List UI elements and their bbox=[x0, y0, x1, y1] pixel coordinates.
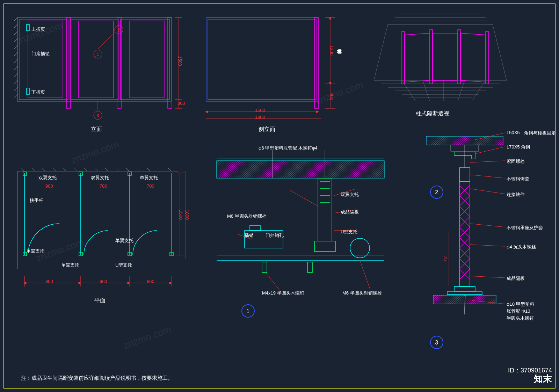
svg-line-162 bbox=[470, 224, 505, 227]
d2-num: 2 bbox=[435, 189, 438, 196]
plan-depth1: 1500 bbox=[178, 210, 183, 220]
label-upper-hinge: 上折页 bbox=[31, 26, 45, 32]
side-svg bbox=[199, 10, 346, 122]
svg-line-16 bbox=[14, 45, 17, 49]
svg-rect-7 bbox=[28, 21, 63, 98]
svg-line-26 bbox=[98, 32, 115, 49]
dim-side-gap: 400 bbox=[329, 93, 334, 100]
d3-num: 3 bbox=[435, 340, 438, 346]
plan-depth2: 1800 bbox=[184, 210, 190, 220]
plan-double2: 双翼支托 bbox=[91, 175, 109, 181]
svg-line-18 bbox=[14, 59, 17, 63]
svg-line-75 bbox=[105, 168, 108, 171]
plan-d1: 800 bbox=[45, 279, 53, 284]
d2-r11: 半圆头木螺钉 bbox=[507, 315, 534, 321]
d1-l3: 门挡销孔 bbox=[266, 232, 284, 239]
svg-line-71 bbox=[63, 168, 66, 171]
svg-rect-131 bbox=[426, 136, 503, 145]
d2-r3: 紧固螺栓 bbox=[507, 158, 525, 165]
svg-rect-37 bbox=[208, 19, 316, 100]
svg-rect-115 bbox=[314, 241, 335, 252]
svg-line-21 bbox=[14, 80, 17, 84]
d2-r1: L50X5 bbox=[507, 130, 520, 135]
svg-rect-88 bbox=[79, 172, 82, 175]
svg-line-79 bbox=[147, 168, 150, 171]
svg-rect-87 bbox=[23, 172, 27, 175]
svg-line-128 bbox=[266, 273, 280, 290]
plan-w1: 900 bbox=[45, 183, 53, 189]
d2-r7: φ4 沉头木螺丝 bbox=[507, 244, 536, 250]
svg-line-123 bbox=[290, 190, 318, 206]
brand-logo: 知末 bbox=[534, 373, 552, 385]
svg-rect-92 bbox=[128, 252, 131, 256]
side-elevation-view: 1200 400 1500 1800 板材规格 侧立面 bbox=[199, 10, 346, 133]
svg-line-80 bbox=[157, 168, 161, 171]
d1-b1: M4x19 半圆头木螺钉 bbox=[262, 290, 304, 296]
svg-line-72 bbox=[73, 168, 77, 171]
svg-text:1: 1 bbox=[97, 52, 99, 57]
svg-line-74 bbox=[94, 168, 98, 171]
svg-line-67 bbox=[21, 168, 24, 171]
d1-l2: 插销 bbox=[245, 232, 254, 239]
svg-line-15 bbox=[14, 38, 17, 42]
svg-line-17 bbox=[14, 52, 17, 56]
plan-w3: 700 bbox=[147, 183, 154, 189]
svg-line-160 bbox=[470, 175, 505, 178]
d1-l6: U型支托 bbox=[341, 229, 357, 235]
label-lower-hinge: 下折页 bbox=[31, 89, 45, 95]
plan-single1: 单翼支托 bbox=[140, 175, 158, 181]
d2-r2: L70X5 角钢 bbox=[507, 144, 530, 150]
svg-line-129 bbox=[360, 260, 370, 290]
elevation-view: 2 1 3 上折页 门扇插锁 下折页 1500 300 立面 bbox=[10, 10, 185, 133]
plan-view: 双翼支托 双翼支托 单翼支托 扶手杆 单翼支托 单翼支托 单翼支托 U型支托 9… bbox=[10, 157, 192, 325]
svg-rect-65 bbox=[486, 31, 488, 84]
svg-line-69 bbox=[42, 168, 45, 171]
detail-1: φ6 甲型塑料胀管配 木螺钉φ4 M6 半圆头对销螺栓 插销 门挡销孔 双翼支托… bbox=[203, 140, 398, 332]
svg-rect-121 bbox=[262, 262, 267, 273]
dim-elev-h: 1500 bbox=[177, 56, 183, 66]
svg-line-22 bbox=[14, 87, 17, 91]
plan-handrail: 扶手杆 bbox=[30, 197, 43, 204]
plan-w2: 700 bbox=[100, 183, 107, 189]
d2-r1b: 角钢与楼板固定 bbox=[524, 130, 556, 136]
d1-l1: M6 半圆头对销螺栓 bbox=[227, 213, 267, 219]
plan-u: U型支托 bbox=[115, 262, 132, 268]
svg-line-163 bbox=[470, 245, 505, 246]
plan-d2: 660 bbox=[100, 279, 107, 284]
d2-r6: 不锈钢承座及护套 bbox=[507, 225, 543, 231]
installation-note: 注：成品卫生间隔断安装前应详细阅读产品说明书，按要求施工。 bbox=[21, 375, 173, 382]
svg-line-20 bbox=[14, 73, 17, 77]
plan-single4: 单翼支托 bbox=[115, 238, 133, 244]
svg-rect-36 bbox=[206, 17, 318, 101]
persp-title: 柱式隔断透视 bbox=[416, 110, 449, 117]
dim-elev-gap: 300 bbox=[177, 101, 185, 106]
svg-rect-154 bbox=[454, 286, 475, 292]
svg-rect-2 bbox=[70, 19, 119, 100]
svg-line-159 bbox=[470, 161, 505, 162]
d1-l5: 成品隔板 bbox=[341, 209, 359, 215]
svg-rect-91 bbox=[79, 252, 82, 256]
svg-rect-156 bbox=[433, 295, 496, 304]
d2-r10: 胀管配 Φ10 bbox=[507, 308, 530, 314]
d1-b2: M6 半圆头对销螺栓 bbox=[342, 290, 382, 296]
d1-top-note: φ6 甲型塑料胀管配 木螺钉φ4 bbox=[259, 145, 318, 151]
svg-rect-8 bbox=[79, 21, 114, 98]
svg-rect-110 bbox=[318, 178, 332, 241]
plan-double1: 双翼支托 bbox=[38, 175, 57, 181]
svg-rect-155 bbox=[447, 292, 482, 295]
dim-side-w1: 1500 bbox=[255, 108, 265, 113]
svg-line-70 bbox=[52, 168, 56, 171]
d1-l4: 双翼支托 bbox=[341, 191, 359, 198]
svg-rect-93 bbox=[170, 252, 173, 256]
svg-line-14 bbox=[14, 31, 17, 35]
side-title: 侧立面 bbox=[259, 126, 275, 133]
svg-line-23 bbox=[14, 94, 17, 98]
svg-rect-89 bbox=[128, 172, 131, 175]
svg-rect-64 bbox=[458, 30, 460, 84]
d2-dim75: 75 bbox=[443, 256, 448, 261]
dim-side-h: 1200 bbox=[329, 45, 334, 56]
svg-rect-117 bbox=[250, 225, 260, 231]
svg-text:2: 2 bbox=[118, 28, 120, 32]
svg-line-161 bbox=[470, 189, 505, 194]
svg-line-81 bbox=[168, 168, 171, 171]
